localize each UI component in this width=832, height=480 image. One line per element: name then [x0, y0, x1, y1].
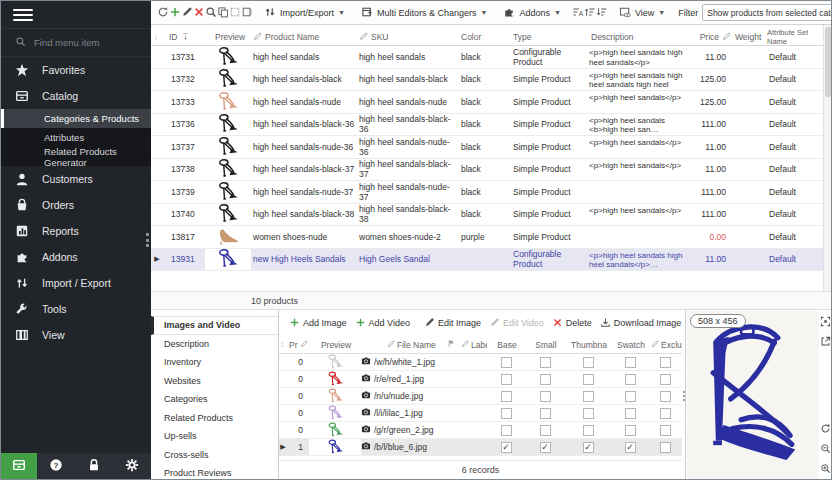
checkbox[interactable]: [660, 442, 671, 453]
checkbox[interactable]: ✓: [501, 442, 512, 453]
checkbox[interactable]: [660, 391, 671, 402]
column-header-price[interactable]: Price: [689, 25, 731, 45]
sidebar-item-favorites[interactable]: Favorites: [1, 57, 151, 83]
checkbox[interactable]: [625, 408, 636, 419]
sidebar-search[interactable]: Find menu item: [1, 29, 151, 57]
checkbox[interactable]: [583, 425, 594, 436]
addons-menu[interactable]: Addons▼: [498, 6, 565, 20]
product-row-13732[interactable]: 13732 high heel sandals-blackhigh heel s…: [151, 69, 823, 92]
zoom-in-icon[interactable]: [819, 462, 832, 475]
column-header-preview[interactable]: Preview: [309, 340, 361, 350]
image-row-white_1.jpg[interactable]: 0 /w/h/white_1.jpg: [279, 354, 682, 371]
edit-button[interactable]: [181, 3, 193, 23]
product-row-13740[interactable]: 13740 high heel sandals-black-38high hee…: [151, 204, 823, 227]
tab-description[interactable]: Description: [151, 335, 278, 354]
column-header-thumbna[interactable]: Thumbna: [565, 340, 611, 350]
sidebar-item-customers[interactable]: Customers: [1, 166, 151, 192]
zoom-out-icon[interactable]: [819, 442, 832, 455]
select-button[interactable]: [229, 3, 241, 23]
add-image-button[interactable]: Add Image: [285, 317, 351, 330]
column-header-color[interactable]: Color: [457, 25, 511, 45]
scrollbar-thumb[interactable]: [825, 27, 832, 97]
image-row-blue_6.jpg[interactable]: ▶1 /b/l/blue_6.jpg✓✓✓✓: [279, 439, 682, 456]
column-header-label[interactable]: Label: [459, 340, 487, 350]
column-header-file-name[interactable]: File Name: [361, 340, 445, 350]
sidebar-item-related-products-generator[interactable]: Related Products Generator: [1, 147, 151, 166]
edit-image-button[interactable]: Edit Image: [420, 317, 485, 330]
checkbox[interactable]: [625, 357, 636, 368]
checkbox[interactable]: [660, 357, 671, 368]
column-header-attribute-set-name[interactable]: Attribute Set Name: [765, 25, 821, 45]
fit-screen-icon[interactable]: [819, 315, 832, 328]
image-row-nude.jpg[interactable]: 0 /n/u/nude.jpg: [279, 388, 682, 405]
download-image-button[interactable]: Download Image: [596, 317, 686, 330]
image-row-green_2.jpg[interactable]: 0 /g/r/green_2.jpg: [279, 422, 682, 439]
product-row-13817[interactable]: 13817women shoes-nudewomen shoes-nude-2p…: [151, 226, 823, 249]
sidebar-item-catalog[interactable]: Catalog: [1, 83, 151, 109]
sidebar-item-view[interactable]: View: [1, 322, 151, 348]
multi-editors-changers-menu[interactable]: Multi Editors & Changers▼: [356, 6, 492, 20]
image-row-red_1.jpg[interactable]: 0 /r/e/red_1.jpg: [279, 371, 682, 388]
checkbox[interactable]: ✓: [583, 442, 594, 453]
column-header-product-name[interactable]: Product Name: [251, 25, 357, 45]
open-external-icon[interactable]: [819, 335, 832, 348]
filter-select[interactable]: Show products from selected categories▼: [702, 4, 832, 21]
tab-related-products[interactable]: Related Products: [151, 409, 278, 428]
checkbox[interactable]: [501, 357, 512, 368]
view-menu[interactable]: View▼: [614, 6, 670, 20]
lock-button[interactable]: [75, 458, 113, 476]
product-row-13931[interactable]: ▶13931 new High Heels SandalsHigh Geels …: [151, 249, 823, 272]
column-header-sku[interactable]: SKU: [357, 25, 457, 45]
checkbox[interactable]: ✓: [540, 442, 551, 453]
sidebar-item-attributes[interactable]: Attributes: [1, 128, 151, 147]
column-header-base[interactable]: Base: [487, 340, 525, 350]
column-header-pr[interactable]: Pr: [287, 340, 309, 350]
tab-inventory[interactable]: Inventory: [151, 353, 278, 372]
splitter-grip[interactable]: [146, 233, 150, 247]
tab-images-and-video[interactable]: Images and Video: [151, 316, 278, 335]
copy-button[interactable]: [217, 3, 229, 23]
tab-categories[interactable]: Categories: [151, 390, 278, 409]
gear-button[interactable]: [113, 458, 151, 476]
checkbox[interactable]: [583, 357, 594, 368]
checkbox[interactable]: [501, 408, 512, 419]
rotate-icon[interactable]: [819, 422, 832, 435]
checkbox[interactable]: [625, 391, 636, 402]
sort-az-button[interactable]: A: [572, 3, 584, 23]
checkbox[interactable]: [540, 391, 551, 402]
product-row-13731[interactable]: 13731 high heel sandalshigh heel sandals…: [151, 46, 823, 69]
checkbox[interactable]: [501, 425, 512, 436]
sidebar-item-import-export[interactable]: Import / Export: [1, 270, 151, 296]
checkbox[interactable]: [660, 408, 671, 419]
import-export-menu[interactable]: Import/Export▼: [259, 6, 350, 20]
add-button[interactable]: [169, 3, 181, 23]
column-header-exclude[interactable]: Exclude: [649, 340, 682, 350]
checkbox[interactable]: [501, 374, 512, 385]
tab-websites[interactable]: Websites: [151, 372, 278, 391]
column-header-type[interactable]: Type: [511, 25, 587, 45]
sidebar-item-categories-products[interactable]: Categories & Products: [1, 109, 151, 128]
delete-button[interactable]: [193, 3, 205, 23]
checkbox[interactable]: [625, 374, 636, 385]
product-row-13737[interactable]: 13737 high heel sandals-nude-36high heel…: [151, 136, 823, 159]
refresh-button[interactable]: [157, 3, 169, 23]
sidebar-item-orders[interactable]: Orders: [1, 192, 151, 218]
checkbox[interactable]: [540, 408, 551, 419]
checkbox[interactable]: [625, 425, 636, 436]
sort-up-button[interactable]: [584, 3, 596, 23]
column-header-weight[interactable]: Weight: [731, 25, 765, 45]
help-button[interactable]: ?: [37, 458, 75, 476]
tab-product-reviews[interactable]: Product Reviews: [151, 464, 278, 480]
checkbox[interactable]: [540, 357, 551, 368]
sidebar-item-addons[interactable]: Addons: [1, 244, 151, 270]
sidebar-item-reports[interactable]: Reports: [1, 218, 151, 244]
vertical-scrollbar[interactable]: [823, 25, 832, 291]
checkbox[interactable]: [501, 391, 512, 402]
column-header-id[interactable]: ID: [163, 25, 205, 45]
checkbox[interactable]: [540, 374, 551, 385]
sort-down-button[interactable]: [596, 3, 608, 23]
column-header-small[interactable]: Small: [525, 340, 565, 350]
product-row-13738[interactable]: 13738 high heel sandals-black-37high hee…: [151, 159, 823, 182]
checkbox[interactable]: [583, 374, 594, 385]
tab-cross-sells[interactable]: Cross-sells: [151, 446, 278, 465]
